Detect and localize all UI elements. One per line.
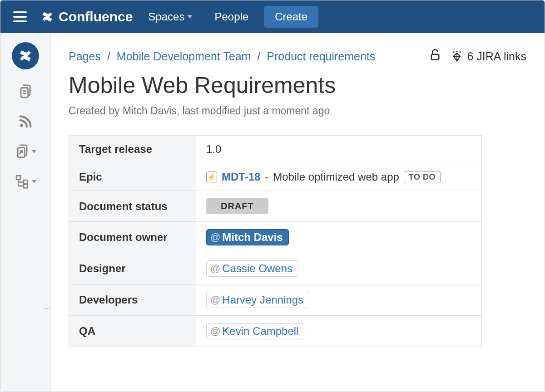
svg-point-10 [456,51,458,53]
breadcrumb-separator: / [107,50,110,63]
user-mention-developer[interactable]: @ Harvey Jennings [206,292,309,308]
table-row: Document owner @ Mitch Davis [69,222,482,253]
sidebar-pages[interactable] [18,84,33,99]
svg-point-11 [460,51,461,53]
table-row: Developers @ Harvey Jennings [69,284,482,316]
meta-value: @ Cassie Owens [196,253,482,284]
meta-label: Target release [69,136,196,163]
page-actions: 6 JIRA links [429,49,526,64]
svg-rect-0 [21,88,28,98]
sidebar: ⋮ [0,33,50,392]
user-mention-qa[interactable]: @ Kevin Campbell [206,323,304,339]
table-row: QA @ Kevin Campbell [69,316,482,347]
rss-icon [18,114,33,129]
svg-rect-5 [16,176,20,180]
nav-spaces-label: Spaces [148,10,184,23]
meta-table: Target release 1.0 Epic ⚡ MDT-18 - Mobil… [69,135,482,347]
shortcut-icon [15,144,30,159]
nav-people[interactable]: People [208,7,255,27]
content: Pages / Mobile Development Team / Produc… [50,33,545,392]
user-mention-designer[interactable]: @ Cassie Owens [206,260,298,277]
sidebar-tree[interactable] [15,174,36,189]
logo-text: Confluence [59,9,133,24]
page-byline: Created by Mitch Davis, last modified ju… [69,105,526,117]
at-symbol: @ [210,231,220,243]
svg-point-9 [453,51,455,53]
svg-rect-7 [23,184,27,188]
user-mention-owner[interactable]: @ Mitch Davis [206,229,289,245]
breadcrumb-link[interactable]: Mobile Development Team [117,50,251,63]
meta-label: Developers [69,284,196,316]
meta-label: Designer [69,253,196,284]
table-row: Epic ⚡ MDT-18 - Mobile optimized web app… [69,163,482,191]
meta-value: 1.0 [196,136,482,163]
meta-value: @ Mitch Davis [196,222,482,253]
epic-status-badge: TO DO [404,171,441,183]
meta-label: QA [69,316,196,347]
mention-name: Harvey Jennings [222,294,303,306]
main-area: ⋮ Pages / Mobile Development Team / Prod… [0,33,545,392]
sidebar-resize-handle[interactable]: ⋮ [44,305,51,314]
pages-icon [18,84,33,99]
doc-status-badge: DRAFT [206,198,268,214]
meta-value: DRAFT [196,191,482,222]
nav-people-label: People [214,10,248,23]
confluence-mark-icon [40,9,55,24]
table-row: Designer @ Cassie Owens [69,253,482,284]
mention-name: Kevin Campbell [222,325,298,338]
epic-separator: - [265,171,268,183]
chevron-down-icon [187,15,193,19]
meta-label: Document owner [69,222,196,253]
confluence-logo[interactable]: Confluence [40,9,133,24]
mention-name: Cassie Owens [222,262,292,275]
page-title: Mobile Web Requirements [69,72,526,98]
at-symbol: @ [210,263,220,274]
create-button[interactable]: Create [264,6,318,28]
breadcrumb-row: Pages / Mobile Development Team / Produc… [69,49,526,64]
meta-value: @ Harvey Jennings [196,284,482,316]
topbar: Confluence Spaces People Create [0,0,545,33]
menu-icon[interactable] [10,8,30,26]
space-avatar[interactable] [12,42,39,69]
breadcrumb-link[interactable]: Product requirements [267,50,375,63]
mention-name: Mitch Davis [222,231,282,244]
jira-links[interactable]: 6 JIRA links [451,50,526,63]
chevron-down-icon [32,180,36,183]
unlock-icon[interactable] [429,49,441,64]
at-symbol: @ [210,294,220,306]
svg-rect-8 [431,54,439,60]
meta-label: Document status [69,191,196,222]
breadcrumb-link[interactable]: Pages [69,50,101,63]
page-tree-icon [15,174,30,189]
epic-icon: ⚡ [206,172,217,182]
breadcrumb: Pages / Mobile Development Team / Produc… [69,50,375,63]
meta-value: ⚡ MDT-18 - Mobile optimized web app TO D… [196,163,482,191]
jira-links-label: 6 JIRA links [467,50,526,63]
table-row: Target release 1.0 [69,136,482,163]
epic-key-link[interactable]: MDT-18 [222,171,260,183]
sidebar-blog[interactable] [18,114,33,129]
jira-icon [451,50,463,63]
table-row: Document status DRAFT [69,191,482,222]
sidebar-shortcuts[interactable] [15,144,36,159]
nav-spaces[interactable]: Spaces [142,7,199,27]
chevron-down-icon [32,150,36,153]
epic-summary: Mobile optimized web app [273,171,399,183]
meta-value: @ Kevin Campbell [196,316,482,347]
svg-point-3 [20,124,23,127]
breadcrumb-separator: / [257,50,260,63]
meta-label: Epic [69,163,196,191]
at-symbol: @ [210,325,220,337]
